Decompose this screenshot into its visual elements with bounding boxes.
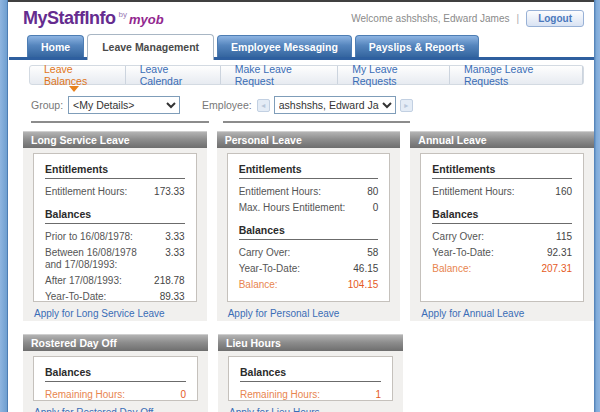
row-label: Max. Hours Entitlement: [239, 202, 346, 214]
row-value: 1 [375, 389, 381, 401]
apply-link-rostered-day-off[interactable]: Apply for Rostered Day Off [34, 407, 153, 412]
subnav-link-my-leave-requests[interactable]: My Leave Requests [338, 66, 450, 84]
section-heading: Balances [45, 366, 186, 382]
nav-tab-bar: HomeLeave ManagementEmployee MessagingPa… [9, 34, 594, 60]
logo-brand-text: MyStaffInfo [23, 8, 116, 28]
row-value: 46.15 [353, 263, 378, 275]
leave-card-title: Rostered Day Off [23, 334, 208, 351]
row-label: Year-To-Date: [239, 263, 300, 275]
balance-row: Balance: 104.15 [239, 279, 379, 291]
card-section: Balances Carry Over: 58 Year-To-Date: 46… [239, 224, 379, 291]
row-label: Carry Over: [239, 247, 291, 259]
divider-line [223, 121, 410, 123]
app-logo: MyStaffInfobymyob [23, 8, 164, 29]
leave-card-panel: Entitlements Entitlement Hours: 160 Bala… [420, 153, 584, 302]
leave-card-body: Balances Remaining Hours: 1 Apply for Li… [218, 351, 403, 412]
employee-prev-button[interactable]: ◂ [257, 99, 270, 112]
balance-row: Carry Over: 58 [239, 247, 379, 259]
row-label: Entitlement Hours: [239, 186, 321, 198]
balance-row: After 17/08/1993: 218.78 [45, 275, 185, 287]
tab-payslips-reports[interactable]: Payslips & Reports [355, 35, 479, 57]
apply-link-lieu-hours[interactable]: Apply for Lieu Hours [229, 407, 320, 412]
row-value: 160 [555, 186, 572, 198]
row-value: 0 [180, 389, 186, 401]
apply-link-personal-leave[interactable]: Apply for Personal Leave [228, 308, 340, 319]
leave-card-title: Lieu Hours [218, 334, 403, 351]
header-divider: | [517, 13, 520, 24]
row-label: Remaining Hours: [45, 389, 125, 401]
row-value: 0 [373, 202, 379, 214]
row-value: 58 [367, 247, 378, 259]
balance-row: Prior to 16/08/1978: 3.33 [45, 231, 185, 243]
section-heading: Balances [240, 366, 381, 382]
chevron-right-icon: ▸ [404, 101, 408, 110]
row-label: Balance: [432, 263, 471, 275]
window-top-strip [0, 0, 600, 2]
balance-row: Remaining Hours: 0 [45, 389, 186, 401]
card-section: Balances Remaining Hours: 0 [45, 366, 186, 401]
row-value: 89.33 [160, 291, 185, 302]
employee-next-button[interactable]: ▸ [400, 99, 413, 112]
row-label: Year-To-Date: [432, 247, 493, 259]
card-rostered-day-off: Rostered Day Off Balances Remaining Hour… [23, 334, 208, 412]
card-personal-leave: Personal Leave Entitlements Entitlement … [217, 131, 401, 321]
row-value: 80 [367, 186, 378, 198]
card-row: Long Service Leave Entitlements Entitlem… [23, 131, 594, 321]
leave-cards-area: Long Service Leave Entitlements Entitlem… [23, 131, 594, 412]
tab-leave-management[interactable]: Leave Management [87, 34, 214, 60]
leave-card-panel: Balances Remaining Hours: 1 [228, 356, 393, 401]
employee-select[interactable]: ashshshs, Edward James [274, 96, 396, 114]
tab-home[interactable]: Home [27, 35, 84, 57]
leave-card-title: Personal Leave [217, 131, 401, 148]
subnav-link-leave-balances[interactable]: Leave Balances [30, 66, 126, 84]
filter-bar: Group: <My Details> Employee: ◂ ashshshs… [31, 96, 594, 114]
card-lieu-hours: Lieu Hours Balances Remaining Hours: 1 A… [218, 334, 403, 412]
card-section: Balances Carry Over: 115 Year-To-Date: 9… [432, 208, 572, 275]
logout-button[interactable]: Logout [526, 10, 584, 27]
balance-row: Carry Over: 115 [432, 231, 572, 243]
section-heading: Entitlements [432, 163, 572, 179]
row-label: Entitlement Hours: [432, 186, 514, 198]
balance-row: Year-To-Date: 92.31 [432, 247, 572, 259]
row-value: 3.33 [165, 231, 184, 243]
subnav-link-leave-calendar[interactable]: Leave Calendar [126, 66, 221, 84]
leave-card-panel: Balances Remaining Hours: 0 [33, 356, 198, 401]
leave-card-panel: Entitlements Entitlement Hours: 80 Max. … [227, 153, 391, 302]
balance-row: Entitlement Hours: 173.33 [45, 186, 185, 198]
card-section: Entitlements Entitlement Hours: 80 Max. … [239, 163, 379, 214]
subnav-link-make-leave-request[interactable]: Make Leave Request [221, 66, 338, 84]
balance-row: Max. Hours Entitlement: 0 [239, 202, 379, 214]
group-label: Group: [31, 99, 63, 111]
leave-card-title: Long Service Leave [23, 131, 207, 148]
apply-link-annual-leave[interactable]: Apply for Annual Leave [421, 308, 524, 319]
row-value: 173.33 [154, 186, 185, 198]
row-label: Remaining Hours: [240, 389, 320, 401]
subnav-bar: Leave BalancesLeave CalendarMake Leave R… [29, 65, 584, 85]
divider-line [31, 121, 209, 123]
tab-employee-messaging[interactable]: Employee Messaging [217, 35, 352, 57]
row-value: 3.33 [165, 247, 184, 271]
balance-row: Entitlement Hours: 80 [239, 186, 379, 198]
row-label: Balance: [239, 279, 278, 291]
welcome-text: Welcome ashshshs, Edward James [351, 13, 509, 24]
balance-row: Balance: 207.31 [432, 263, 572, 275]
subnav-wrap: Leave BalancesLeave CalendarMake Leave R… [29, 65, 584, 85]
row-label: Between 16/08/1978 and 17/08/1993: [45, 247, 153, 271]
row-label: Entitlement Hours: [45, 186, 127, 198]
leave-card-body: Entitlements Entitlement Hours: 80 Max. … [217, 148, 401, 325]
card-section: Entitlements Entitlement Hours: 173.33 [45, 163, 185, 198]
leave-card-panel: Entitlements Entitlement Hours: 173.33 B… [33, 153, 197, 302]
window-right-edge [594, 0, 600, 412]
apply-link-long-service-leave[interactable]: Apply for Long Service Leave [34, 308, 165, 319]
card-long-service-leave: Long Service Leave Entitlements Entitlem… [23, 131, 207, 321]
section-heading: Entitlements [239, 163, 379, 179]
balance-row: Year-To-Date: 89.33 [45, 291, 185, 302]
row-value: 218.78 [154, 275, 185, 287]
subnav-link-manage-leave-requests[interactable]: Manage Leave Requests [450, 66, 583, 84]
employee-label: Employee: [202, 99, 252, 111]
triangle-down-icon [69, 86, 79, 92]
row-value: 115 [556, 231, 572, 243]
balance-row: Entitlement Hours: 160 [432, 186, 572, 198]
balance-row: Remaining Hours: 1 [240, 389, 381, 401]
group-select[interactable]: <My Details> [68, 96, 180, 114]
